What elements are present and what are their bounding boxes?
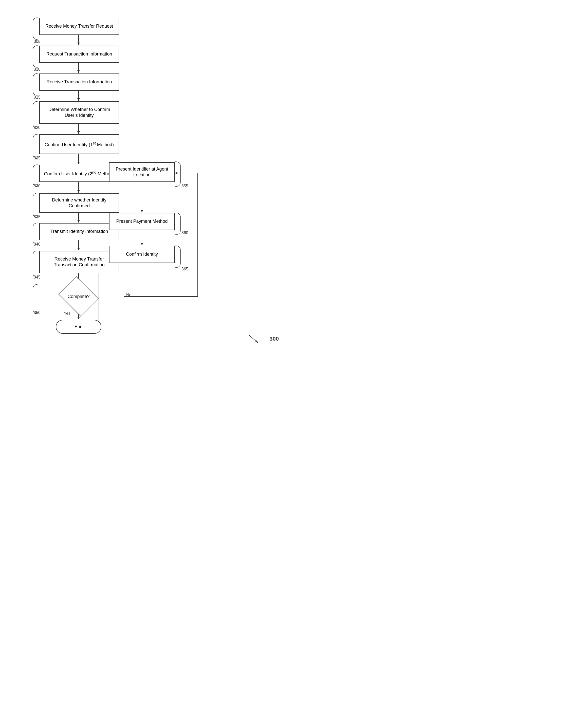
svg-marker-5	[77, 98, 80, 101]
node-330-label: Confirm User Identity (2nd Method)	[44, 170, 115, 177]
yes-label: Yes	[64, 311, 70, 316]
node-330: Confirm User Identity (2nd Method)	[39, 165, 119, 182]
node-365: Confirm Identity	[109, 246, 175, 263]
svg-marker-7	[77, 131, 80, 134]
svg-marker-27	[141, 243, 143, 245]
node-325: Confirm User Identity (1st Method)	[39, 134, 119, 154]
node-end: End	[56, 320, 101, 334]
step-label-350: 350	[34, 310, 41, 315]
node-315: Receive Transaction Information	[39, 74, 119, 91]
step-label-340: 340	[34, 242, 41, 247]
node-320: Determine Whether to Confirm User’s Iden…	[39, 101, 119, 124]
node-305: Receive Money Transfer Request	[39, 18, 119, 35]
step-label-345: 345	[34, 275, 41, 280]
svg-marker-13	[77, 220, 80, 223]
step-label-330: 330	[34, 184, 41, 188]
node-335: Determine whether Identity Confirmed	[39, 193, 119, 213]
svg-marker-23	[175, 172, 177, 174]
step-label-360: 360	[181, 231, 188, 235]
flowchart-diagram: Receive Money Transfer Request 305 Reque…	[0, 0, 294, 352]
step-label-305: 305	[34, 39, 41, 44]
svg-marker-3	[77, 70, 80, 73]
step-label-355: 355	[181, 184, 188, 188]
diagram-number: 300	[247, 334, 279, 344]
no-label: No	[126, 293, 131, 297]
node-310: Request Transaction Information	[39, 46, 119, 63]
node-345: Receive Money Transfer Transaction Confi…	[39, 251, 119, 273]
svg-marker-1	[77, 43, 80, 45]
svg-marker-11	[77, 190, 80, 192]
node-325-label: Confirm User Identity (1st Method)	[45, 141, 114, 148]
step-label-335: 335	[34, 215, 41, 219]
node-360: Present Payment Method	[109, 213, 175, 230]
step-label-315: 315	[34, 95, 41, 100]
svg-marker-25	[141, 210, 143, 212]
step-label-325: 325	[34, 156, 41, 160]
svg-marker-15	[77, 248, 80, 250]
step-label-320: 320	[34, 126, 41, 130]
svg-marker-19	[77, 317, 80, 319]
svg-marker-9	[77, 162, 80, 164]
node-355: Present Identifier at Agent Location	[109, 162, 175, 182]
step-label-365: 365	[181, 267, 188, 271]
node-350: Complete?	[56, 284, 101, 309]
step-label-310: 310	[34, 67, 41, 72]
node-340: Transmit Identity Information	[39, 223, 119, 240]
